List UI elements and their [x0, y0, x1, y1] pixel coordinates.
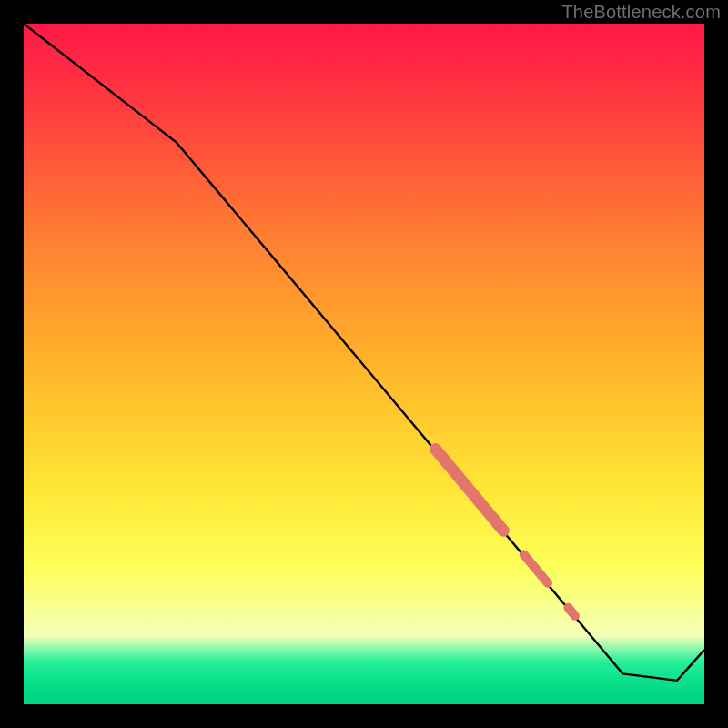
chart-frame: TheBottleneck.com — [0, 0, 728, 728]
watermark-text: TheBottleneck.com — [561, 2, 721, 23]
plot-area — [24, 24, 704, 704]
